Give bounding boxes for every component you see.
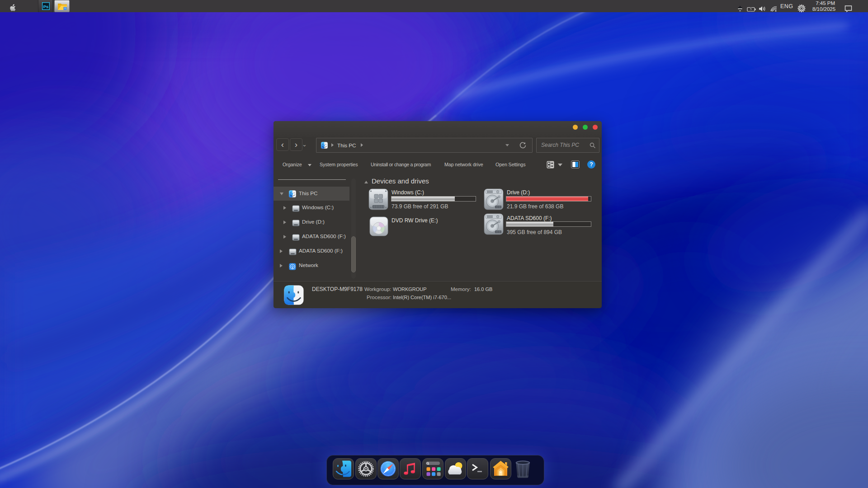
svg-text:Ps: Ps — [43, 4, 49, 9]
